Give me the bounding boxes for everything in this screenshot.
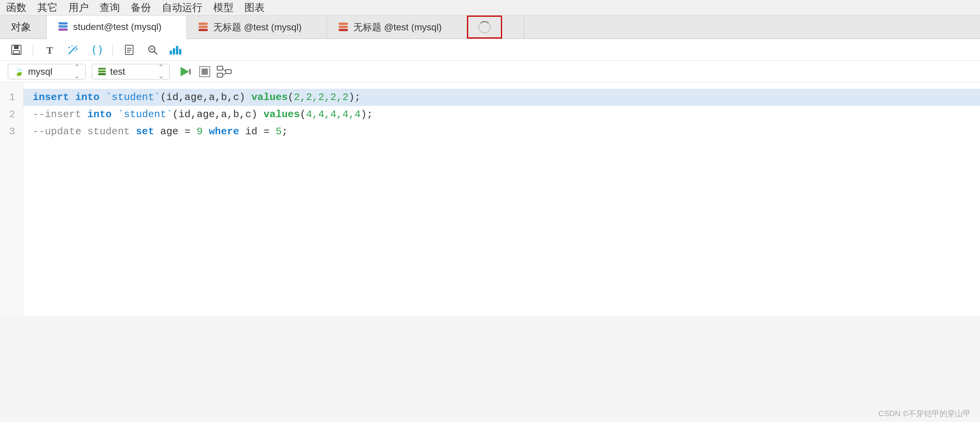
menu-item-autorun[interactable]: 自动运行 — [162, 1, 202, 14]
values-1: 2,2,2,2,2 — [294, 89, 348, 106]
loading-spinner — [478, 21, 491, 33]
tab-bar: 对象 student@test (mysql) 无标题 @test (mysql… — [0, 16, 980, 39]
svg-text:T: T — [46, 45, 53, 56]
tab-student[interactable]: student@test (mysql) — [47, 16, 187, 39]
svg-rect-6 — [339, 23, 348, 25]
explain-button[interactable] — [216, 65, 232, 79]
svg-line-17 — [75, 46, 77, 47]
db-icon-untitled2 — [338, 22, 349, 33]
line-numbers: 1 2 3 — [0, 83, 23, 316]
val-5: 5 — [276, 123, 282, 140]
svg-rect-4 — [198, 26, 208, 28]
comment-2: --insert — [33, 106, 87, 123]
code-content[interactable]: insert into `student` (id,age,a,b,c) val… — [23, 83, 980, 316]
toolbar: T () — [0, 39, 980, 61]
table-name: `student` — [105, 89, 160, 106]
table-name-2: `student` — [118, 106, 172, 123]
svg-rect-7 — [339, 26, 348, 28]
svg-rect-5 — [198, 29, 208, 31]
line-number-1: 1 — [8, 89, 15, 106]
db-selector[interactable]: test ⌃⌄ — [92, 64, 170, 79]
svg-rect-14 — [13, 51, 19, 54]
kw-where: where — [209, 123, 239, 140]
engine-dropdown-arrow: ⌃⌄ — [74, 63, 80, 80]
svg-rect-2 — [58, 28, 68, 31]
svg-text:(): () — [91, 44, 102, 56]
menu-item-other[interactable]: 其它 — [37, 1, 58, 14]
find-icon — [146, 44, 159, 56]
svg-point-21 — [76, 48, 77, 50]
svg-rect-34 — [98, 68, 106, 70]
menu-bar: 函数 其它 用户 查询 备份 自动运行 模型 图表 — [0, 0, 980, 16]
doc-button[interactable] — [121, 42, 138, 58]
footer: CSDN ©不穿铠甲的穿山甲 — [869, 405, 980, 422]
menu-item-query[interactable]: 查询 — [100, 1, 120, 14]
comment-3: --update student — [33, 123, 136, 140]
save-icon — [10, 44, 23, 56]
parentheses-button[interactable]: () — [88, 42, 105, 58]
find-button[interactable] — [144, 42, 161, 58]
tab-next[interactable] — [502, 16, 524, 39]
line-number-2: 2 — [8, 106, 15, 123]
svg-rect-36 — [98, 73, 106, 75]
text-button[interactable]: T — [41, 42, 58, 58]
engine-selector[interactable]: 🍃 mysql ⌃⌄ — [8, 64, 86, 79]
menu-item-users[interactable]: 用户 — [68, 1, 89, 14]
line-number-3: 3 — [8, 123, 15, 140]
svg-rect-33 — [179, 49, 181, 55]
svg-line-28 — [154, 51, 157, 54]
tab-objects[interactable]: 对象 — [0, 16, 47, 39]
menu-item-chart[interactable]: 图表 — [244, 1, 265, 14]
doc-icon — [123, 44, 135, 56]
menu-item-backup[interactable]: 备份 — [131, 1, 151, 14]
save-button[interactable] — [8, 42, 25, 58]
footer-text: CSDN ©不穿铠甲的穿山甲 — [878, 409, 971, 418]
svg-point-20 — [75, 50, 76, 51]
svg-point-18 — [68, 47, 70, 48]
db-selector-icon — [98, 67, 106, 76]
chart-icon — [169, 44, 183, 56]
menu-item-model[interactable]: 模型 — [213, 1, 234, 14]
svg-rect-39 — [202, 69, 208, 75]
run-button[interactable] — [177, 65, 191, 79]
toolbar-divider-1 — [33, 44, 33, 56]
svg-rect-1 — [58, 25, 68, 28]
chart-button[interactable] — [167, 42, 184, 58]
tab-objects-label: 对象 — [11, 20, 31, 34]
svg-rect-40 — [217, 66, 223, 70]
svg-rect-8 — [339, 29, 348, 31]
val-9: 9 — [197, 123, 203, 140]
svg-rect-13 — [14, 45, 19, 49]
values-2: 4,4,4,4,4 — [306, 106, 360, 123]
svg-rect-42 — [226, 70, 231, 74]
magic-icon — [67, 44, 79, 56]
tab-untitled1-label: 无标题 @test (mysql) — [213, 21, 302, 33]
kw-into-2: into — [87, 106, 111, 123]
svg-rect-32 — [176, 46, 178, 55]
menu-item-functions[interactable]: 函数 — [6, 1, 26, 14]
kw-values-2: values — [263, 106, 300, 123]
stop-icon — [200, 67, 209, 76]
kw-set: set — [136, 123, 154, 140]
db-dropdown-arrow: ⌃⌄ — [158, 63, 164, 80]
toolbar-divider-2 — [112, 44, 113, 56]
svg-rect-35 — [98, 70, 106, 72]
svg-marker-37 — [181, 67, 189, 76]
db-icon-student — [58, 21, 68, 32]
magic-button[interactable] — [64, 42, 81, 58]
tab-untitled2[interactable]: 无标题 @test (mysql) — [327, 16, 467, 39]
stop-button[interactable] — [199, 66, 210, 77]
tab-untitled1[interactable]: 无标题 @test (mysql) — [187, 16, 327, 39]
code-editor: 1 2 3 insert into `student` (id,age,a,b,… — [0, 83, 980, 316]
kw-insert: insert into — [33, 89, 100, 106]
code-line-1: insert into `student` (id,age,a,b,c) val… — [23, 89, 980, 106]
svg-rect-31 — [173, 48, 175, 55]
svg-line-43 — [223, 68, 226, 72]
tab-loading[interactable] — [467, 16, 502, 39]
tab-untitled2-label: 无标题 @test (mysql) — [353, 21, 442, 33]
svg-rect-0 — [58, 22, 68, 25]
tab-student-label: student@test (mysql) — [73, 21, 162, 32]
kw-values-1: values — [251, 89, 288, 106]
code-line-3: --update student set age = 9 where id = … — [33, 123, 971, 140]
db-icon-untitled1 — [198, 22, 209, 33]
